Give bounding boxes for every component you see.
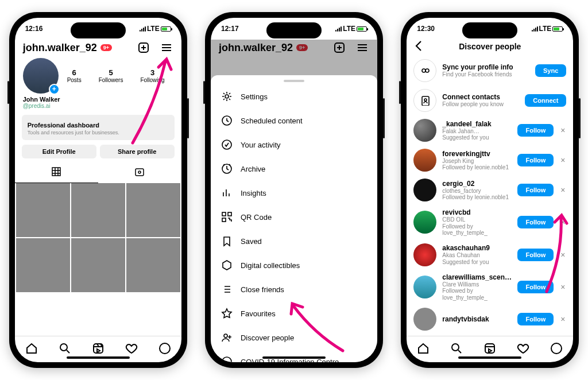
heart-icon: [517, 342, 529, 355]
suggestion-sub: Akas Chauhan: [442, 252, 512, 259]
nav-home[interactable]: [417, 342, 430, 357]
stat-following[interactable]: 3Following: [140, 68, 164, 83]
dismiss-button[interactable]: ×: [559, 250, 566, 259]
handle[interactable]: @predis.ai: [15, 103, 181, 113]
dismiss-button[interactable]: ×: [559, 282, 566, 292]
sync-row: Sync your profile infoFind your Facebook…: [407, 56, 573, 86]
svg-rect-12: [222, 212, 226, 216]
dismiss-button[interactable]: ×: [559, 218, 566, 227]
stat-posts[interactable]: 6Posts: [67, 68, 82, 83]
follow-button[interactable]: Follow: [517, 124, 554, 137]
nav-reels[interactable]: [92, 342, 105, 357]
edit-profile-button[interactable]: Edit Profile: [22, 145, 96, 158]
avatar[interactable]: +: [23, 58, 59, 94]
suggestion-avatar[interactable]: [413, 149, 436, 172]
tab-grid[interactable]: [15, 163, 98, 183]
star-icon: [221, 308, 233, 319]
suggestion-username[interactable]: cergio_02: [442, 180, 512, 188]
nav-activity[interactable]: [125, 342, 138, 357]
menu-activity[interactable]: Your activity: [211, 133, 377, 157]
suggestion-username[interactable]: _kandeel_falak: [442, 120, 512, 128]
nav-search[interactable]: [59, 342, 71, 357]
post-thumb[interactable]: [16, 183, 70, 237]
sync-button[interactable]: Sync: [535, 64, 566, 77]
suggestion-sub: Joseph King: [442, 158, 512, 165]
follow-button[interactable]: Follow: [517, 313, 554, 325]
suggestion-avatar[interactable]: [413, 211, 436, 234]
menu-button[interactable]: [160, 41, 173, 55]
menu-saved[interactable]: Saved: [211, 229, 377, 253]
dismiss-button[interactable]: ×: [559, 156, 566, 165]
phone-2: 12:17 LTE john.walker_92 9+ Settings Sch…: [205, 12, 383, 368]
connect-button[interactable]: Connect: [525, 94, 566, 107]
menu-covid[interactable]: COVID-19 Information Centre: [211, 350, 377, 362]
suggestion-meta: Suggested for you: [442, 134, 512, 141]
suggestion-username[interactable]: randytvbisdak: [442, 315, 512, 323]
dismiss-button[interactable]: ×: [559, 315, 566, 324]
svg-point-3: [138, 171, 141, 173]
suggestion-meta: Suggested for you: [442, 259, 512, 266]
follow-button[interactable]: Follow: [517, 281, 554, 293]
follow-button[interactable]: Follow: [517, 154, 554, 166]
suggestion-avatar[interactable]: [413, 276, 436, 298]
search-icon: [59, 342, 71, 355]
search-icon: [450, 342, 463, 355]
post-thumb[interactable]: [71, 238, 125, 292]
suggestion-username[interactable]: foreverkingjttv: [442, 150, 512, 158]
suggestion-username[interactable]: clarewilliams_scentsy…: [442, 273, 512, 281]
post-thumb[interactable]: [126, 183, 180, 237]
back-button[interactable]: [413, 40, 425, 53]
hamburger-icon: [160, 41, 173, 54]
activity-icon: [221, 139, 233, 150]
chart-icon: [221, 187, 233, 199]
suggestion-avatar[interactable]: [413, 243, 436, 266]
home-indicator[interactable]: [262, 356, 326, 359]
add-story-icon[interactable]: +: [49, 84, 60, 95]
battery-icon: [552, 26, 563, 32]
share-profile-button[interactable]: Share profile: [100, 145, 175, 158]
dismiss-button[interactable]: ×: [559, 185, 566, 195]
post-thumb[interactable]: [126, 238, 180, 292]
suggestion-meta: Followed by love_thy_temple_: [442, 288, 512, 301]
menu-scheduled[interactable]: Scheduled content: [211, 108, 377, 133]
nav-search[interactable]: [450, 342, 463, 357]
menu-insights[interactable]: Insights: [211, 181, 377, 205]
nav-home[interactable]: [25, 342, 38, 357]
nav-activity[interactable]: [517, 342, 529, 357]
username[interactable]: john.walker_92: [23, 42, 97, 54]
home-indicator[interactable]: [458, 356, 521, 359]
suggestion-avatar[interactable]: [413, 119, 436, 142]
dismiss-button[interactable]: ×: [559, 126, 566, 135]
clock: 12:30: [417, 25, 435, 33]
stat-followers[interactable]: 5Followers: [99, 68, 123, 83]
follow-button[interactable]: Follow: [517, 184, 554, 196]
menu-close-friends[interactable]: Close friends: [211, 277, 377, 301]
menu-collectibles[interactable]: Digital collectibles: [211, 253, 377, 277]
drag-handle[interactable]: [284, 80, 304, 82]
nav-profile[interactable]: [550, 342, 563, 357]
post-thumb[interactable]: [16, 238, 70, 292]
menu-favourites[interactable]: Favourites: [211, 301, 377, 325]
notch: [462, 22, 517, 38]
bookmark-icon: [221, 235, 233, 247]
menu-qr[interactable]: QR Code: [211, 205, 377, 229]
tab-tagged[interactable]: [98, 163, 181, 183]
menu-archive[interactable]: Archive: [211, 157, 377, 181]
home-indicator[interactable]: [67, 356, 130, 359]
archive-icon: [221, 163, 233, 175]
create-button[interactable]: [137, 41, 150, 55]
suggestion-username[interactable]: revivcbd: [442, 208, 512, 216]
suggestion-avatar[interactable]: [413, 179, 436, 201]
follow-button[interactable]: Follow: [517, 216, 554, 228]
follow-button[interactable]: Follow: [517, 249, 554, 261]
menu-discover-people[interactable]: Discover people: [211, 325, 377, 350]
suggestion-username[interactable]: akaschauhan9: [442, 244, 512, 252]
post-thumb[interactable]: [71, 183, 125, 237]
menu-settings[interactable]: Settings: [211, 84, 377, 108]
pro-dashboard[interactable]: Professional dashboardTools and resource…: [22, 115, 175, 140]
nav-reels[interactable]: [483, 342, 496, 357]
nav-profile[interactable]: [158, 342, 171, 357]
suggestion-avatar[interactable]: [413, 308, 436, 331]
reels-icon: [483, 342, 496, 355]
svg-point-6: [160, 343, 170, 354]
